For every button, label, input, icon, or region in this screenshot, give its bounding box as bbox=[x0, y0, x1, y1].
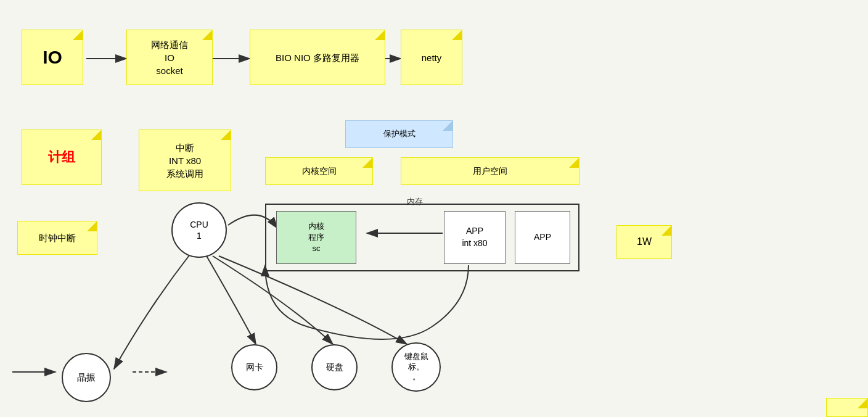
kernel-space-note: 内核空间 bbox=[265, 157, 373, 185]
io-note: IO bbox=[22, 30, 83, 85]
keyboard-mouse-node: 键盘鼠 标。 。 bbox=[391, 342, 441, 392]
clock-interrupt-note: 时钟中断 bbox=[17, 221, 97, 255]
kernel-program-box: 内核 程序 sc bbox=[276, 211, 356, 264]
jizu-note: 计组 bbox=[22, 130, 102, 185]
bottom-right-note bbox=[826, 398, 868, 417]
protection-mode-note: 保护模式 bbox=[345, 120, 453, 148]
crystal-node: 晶振 bbox=[62, 353, 111, 402]
cpu-node: CPU 1 bbox=[171, 202, 227, 258]
interrupt-note: 中断 INT x80 系统调用 bbox=[139, 130, 231, 191]
user-space-note: 用户空间 bbox=[401, 157, 579, 185]
app-box: APP bbox=[515, 211, 570, 264]
nic-node: 网卡 bbox=[231, 344, 277, 390]
app-int-box: APP int x80 bbox=[444, 211, 506, 264]
netty-note: netty bbox=[401, 30, 462, 85]
bio-nio-note: BIO NIO 多路复用器 bbox=[250, 30, 385, 85]
network-comm-note: 网络通信 IO socket bbox=[126, 30, 213, 85]
oneW-note: 1W bbox=[616, 225, 672, 259]
harddisk-node: 硬盘 bbox=[311, 344, 358, 390]
